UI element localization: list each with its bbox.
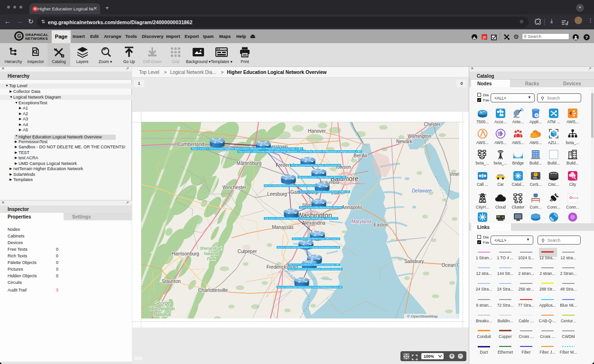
svg-text:Ocean Cit: Ocean Cit [442,263,459,268]
svg-text:Vinela: Vinela [449,172,459,177]
svg-text:Leesburg: Leesburg [267,191,287,197]
svg-text:Charlottesville: Charlottesville [198,288,228,293]
svg-text:George: George [154,300,170,306]
svg-text:Wilmington: Wilmington [408,134,431,139]
svg-text:Top Level > netTerrain Higher: Top Level > netTerrain Higher Education … [278,246,339,248]
svg-text:NetZoom: NetZoom [572,197,578,199]
svg-text:Bel Air: Bel Air [354,153,368,158]
svg-text:SSL: SSL [533,176,538,179]
svg-text:Top Level > netTerrain Higher: Top Level > netTerrain Higher Education … [278,286,342,288]
svg-text:Harrisonburg: Harrisonburg [172,251,199,256]
svg-text:Martinsburg: Martinsburg [237,161,262,166]
svg-text:Salisbury: Salisbury [404,259,424,264]
svg-text:Easton: Easton [373,222,388,228]
svg-text:Top Level > netTerrain Higher: Top Level > netTerrain Higher Education … [192,147,302,150]
svg-text:National: National [204,251,219,256]
svg-text:Annapolis: Annapolis [342,205,362,210]
svg-text:Newark: Newark [396,139,413,144]
svg-text:Alexandria: Alexandria [302,220,325,226]
svg-text:Park: Park [207,256,215,261]
svg-text:Top Level > netTerrain > Salis: Top Level > netTerrain > Salisbury Unive… [288,264,339,266]
svg-text:Staunton: Staunton [162,279,181,284]
svg-text:Top Level > netTerrain Higher: Top Level > netTerrain Higher Education … [238,150,361,153]
svg-text:National: National [154,312,171,317]
svg-text:Manassas: Manassas [272,225,294,230]
svg-text:Top Level > netTerrain Higher: Top Level > netTerrain Higher Education … [298,176,345,178]
svg-text:Top Level > netTerrain Higher: Top Level > netTerrain Higher Education … [293,237,339,240]
svg-text:Chester: Chester [424,122,441,127]
svg-text:Hanover: Hanover [308,128,326,134]
svg-text:Top Level > University of Mary: Top Level > University of Maryland > Poc… [265,217,337,219]
svg-text:NETWORKS: NETWORKS [25,36,48,41]
svg-text:Top Level > netTerrain Higher: Top Level > netTerrain Higher Education … [300,191,349,193]
svg-text:© OpenStreetMap: © OpenStreetMap [407,314,438,318]
svg-text:Winchester: Winchester [223,185,247,190]
svg-text:G: G [17,33,21,39]
svg-text:Washington: Washington [150,306,175,311]
svg-text:Culpeper: Culpeper [238,249,257,254]
svg-text:Shenandoah: Shenandoah [200,246,223,251]
svg-text:Top Level > netTerrain Higher: Top Level > netTerrain Higher Education … [300,206,342,209]
svg-text:Top Level > netTerrain Higher: Top Level > netTerrain Higher Education … [288,268,342,270]
svg-text:Cumberland: Cumberland [177,141,204,147]
svg-text:Top Level > netTerrain Higher: Top Level > netTerrain Higher Education … [265,184,316,187]
svg-text:Maryland: Maryland [351,219,371,224]
svg-text:Top Level > netTerrain Higher: Top Level > netTerrain Higher Education … [291,164,340,166]
svg-text:Delaware: Delaware [412,188,432,193]
